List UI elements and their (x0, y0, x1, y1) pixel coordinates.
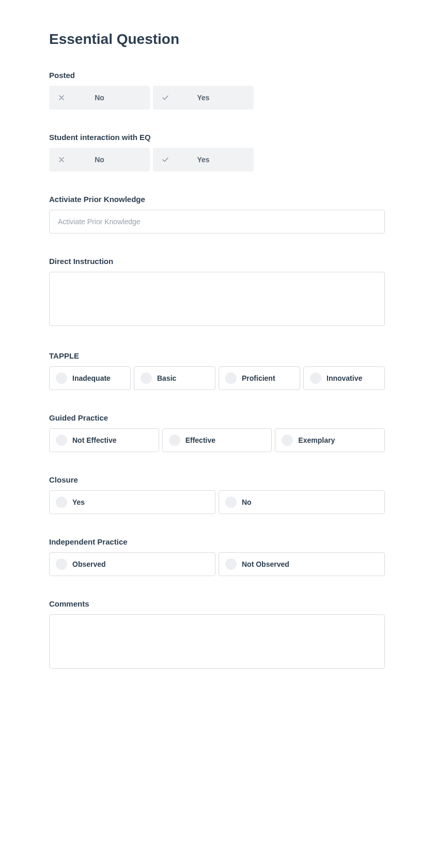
radio-icon (310, 373, 321, 384)
tapple-option-inadequate[interactable]: Inadequate (49, 366, 131, 390)
section-independent-practice: Independent Practice Observed Not Observ… (49, 537, 385, 576)
section-direct-instruction: Direct Instruction (49, 257, 385, 328)
closure-option-label: Yes (72, 498, 85, 506)
guided-practice-option-label: Not Effective (72, 436, 117, 444)
posted-toggle-row: No Yes (49, 86, 385, 110)
posted-label: Posted (49, 71, 385, 80)
activate-prior-input[interactable] (49, 210, 385, 234)
tapple-option-label: Inadequate (72, 374, 111, 382)
student-interaction-no-label: No (66, 156, 142, 164)
check-icon (161, 95, 169, 100)
section-student-interaction: Student interaction with EQ No Yes (49, 133, 385, 172)
independent-practice-option-not-observed[interactable]: Not Observed (219, 552, 385, 576)
guided-practice-option-not-effective[interactable]: Not Effective (49, 428, 159, 452)
radio-icon (282, 435, 293, 446)
student-interaction-no-button[interactable]: No (49, 148, 150, 172)
tapple-option-proficient[interactable]: Proficient (219, 366, 300, 390)
tapple-option-label: Proficient (242, 374, 275, 382)
comments-label: Comments (49, 599, 385, 608)
section-activate-prior: Activiate Prior Knowledge (49, 195, 385, 234)
radio-icon (225, 497, 237, 508)
guided-practice-option-label: Exemplary (298, 436, 335, 444)
student-interaction-yes-button[interactable]: Yes (153, 148, 254, 172)
x-icon (57, 95, 66, 100)
radio-icon (169, 435, 180, 446)
radio-icon (56, 435, 67, 446)
closure-options: Yes No (49, 490, 385, 514)
independent-practice-option-label: Observed (72, 560, 106, 568)
student-interaction-yes-label: Yes (169, 156, 245, 164)
tapple-options: Inadequate Basic Proficient Innovative (49, 366, 385, 390)
tapple-option-label: Basic (157, 374, 176, 382)
guided-practice-option-exemplary[interactable]: Exemplary (275, 428, 385, 452)
section-posted: Posted No Yes (49, 71, 385, 110)
section-closure: Closure Yes No (49, 475, 385, 514)
student-interaction-label: Student interaction with EQ (49, 133, 385, 142)
closure-option-yes[interactable]: Yes (49, 490, 215, 514)
x-icon (57, 157, 66, 162)
independent-practice-option-observed[interactable]: Observed (49, 552, 215, 576)
tapple-option-label: Innovative (327, 374, 362, 382)
direct-instruction-label: Direct Instruction (49, 257, 385, 266)
direct-instruction-textarea[interactable] (49, 272, 385, 326)
radio-icon (225, 373, 237, 384)
guided-practice-label: Guided Practice (49, 413, 385, 422)
section-comments: Comments (49, 599, 385, 671)
posted-no-button[interactable]: No (49, 86, 150, 110)
comments-textarea[interactable] (49, 614, 385, 669)
independent-practice-label: Independent Practice (49, 537, 385, 546)
radio-icon (141, 373, 152, 384)
section-guided-practice: Guided Practice Not Effective Effective … (49, 413, 385, 452)
student-interaction-toggle-row: No Yes (49, 148, 385, 172)
guided-practice-option-label: Effective (185, 436, 215, 444)
tapple-option-basic[interactable]: Basic (134, 366, 215, 390)
page-title: Essential Question (49, 31, 385, 48)
independent-practice-options: Observed Not Observed (49, 552, 385, 576)
closure-option-no[interactable]: No (219, 490, 385, 514)
guided-practice-option-effective[interactable]: Effective (162, 428, 272, 452)
activate-prior-label: Activiate Prior Knowledge (49, 195, 385, 204)
check-icon (161, 157, 169, 162)
tapple-label: TAPPLE (49, 351, 385, 360)
closure-option-label: No (242, 498, 252, 506)
radio-icon (56, 497, 67, 508)
radio-icon (225, 559, 237, 570)
radio-icon (56, 559, 67, 570)
section-tapple: TAPPLE Inadequate Basic Proficient Innov… (49, 351, 385, 390)
radio-icon (56, 373, 67, 384)
independent-practice-option-label: Not Observed (242, 560, 289, 568)
closure-label: Closure (49, 475, 385, 484)
posted-yes-label: Yes (169, 94, 245, 102)
posted-no-label: No (66, 94, 142, 102)
tapple-option-innovative[interactable]: Innovative (303, 366, 385, 390)
posted-yes-button[interactable]: Yes (153, 86, 254, 110)
guided-practice-options: Not Effective Effective Exemplary (49, 428, 385, 452)
